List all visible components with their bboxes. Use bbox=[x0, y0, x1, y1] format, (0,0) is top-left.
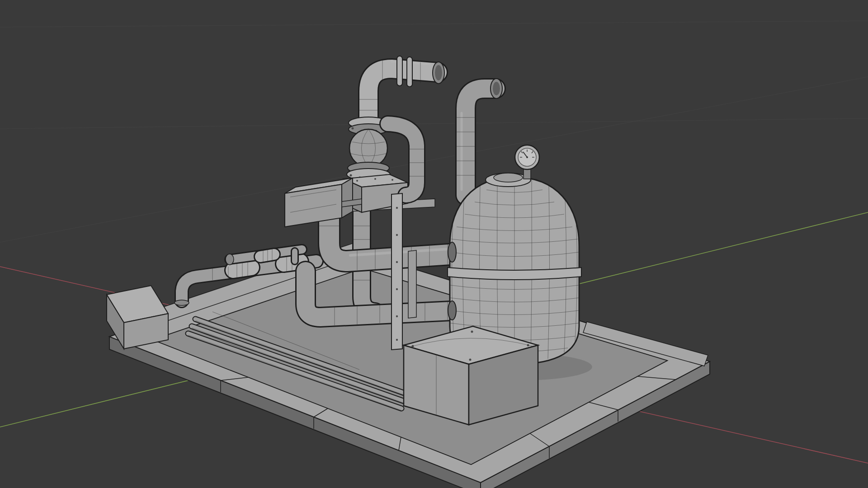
elbow-opening bbox=[435, 65, 442, 80]
blender-3d-viewport[interactable] bbox=[0, 0, 868, 488]
flange-bolt bbox=[350, 174, 352, 177]
valve-body bbox=[349, 129, 387, 167]
tank-inlet-collar bbox=[448, 242, 456, 262]
vent-pipe-opening bbox=[493, 82, 500, 95]
floor-flange bbox=[175, 300, 189, 305]
tank-top-cap-inner bbox=[494, 173, 523, 182]
strut-bolt bbox=[396, 261, 398, 263]
manifold-bolt bbox=[374, 178, 376, 180]
flange-bolt bbox=[352, 127, 354, 130]
frame-strut-front bbox=[392, 193, 402, 350]
tank-outlet-collar bbox=[448, 301, 456, 320]
box-screw bbox=[471, 331, 473, 333]
viewport-canvas[interactable] bbox=[0, 0, 868, 488]
electrical-box[interactable] bbox=[404, 326, 538, 425]
strut-bolt bbox=[396, 234, 398, 236]
gauge-hub bbox=[526, 156, 528, 158]
strut-bolt bbox=[396, 315, 398, 317]
box-screw bbox=[469, 359, 472, 361]
junction-box-side bbox=[342, 178, 353, 218]
frame-strut-rear bbox=[408, 250, 416, 318]
strut-bolt bbox=[396, 339, 398, 341]
strut-bolt bbox=[396, 288, 398, 290]
manifold-bolt bbox=[392, 179, 393, 181]
manifold-bolt bbox=[356, 180, 358, 182]
strut-bolt bbox=[396, 207, 398, 209]
pipe-end-cap bbox=[226, 254, 234, 265]
